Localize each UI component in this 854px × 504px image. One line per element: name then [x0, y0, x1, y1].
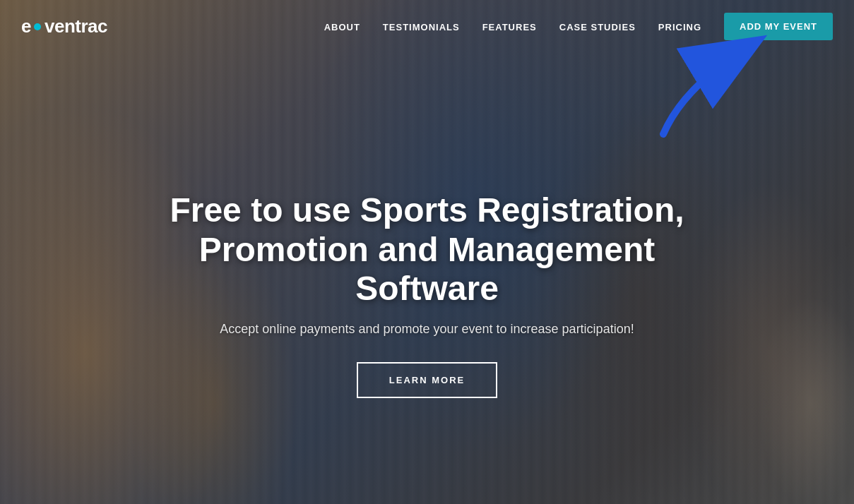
hero-content: Free to use Sports Registration, Promoti… [0, 191, 854, 398]
navbar: eventrac ABOUT TESTIMONIALS FEATURES CAS… [0, 0, 854, 53]
nav-links: ABOUT TESTIMONIALS FEATURES CASE STUDIES… [324, 13, 833, 40]
hero-title: Free to use Sports Registration, Promoti… [138, 191, 717, 308]
logo-text: ventrac [45, 16, 107, 37]
learn-more-button[interactable]: LEARN MORE [357, 362, 497, 398]
nav-link-about[interactable]: ABOUT [324, 22, 360, 32]
nav-link-features[interactable]: FEATURES [482, 22, 537, 32]
nav-item-cta[interactable]: ADD MY EVENT [724, 13, 833, 40]
hero-section: eventrac ABOUT TESTIMONIALS FEATURES CAS… [0, 0, 854, 504]
nav-link-case-studies[interactable]: CASE STUDIES [559, 22, 636, 32]
nav-item-pricing[interactable]: PRICING [658, 20, 701, 33]
nav-item-features[interactable]: FEATURES [482, 20, 537, 33]
nav-link-pricing[interactable]: PRICING [658, 22, 701, 32]
add-event-button[interactable]: ADD MY EVENT [724, 13, 833, 40]
nav-item-case-studies[interactable]: CASE STUDIES [559, 20, 636, 33]
hero-subtitle: Accept online payments and promote your … [14, 322, 840, 337]
nav-item-about[interactable]: ABOUT [324, 20, 360, 33]
logo-e: e [21, 16, 31, 37]
logo-dot [34, 23, 41, 30]
nav-link-testimonials[interactable]: TESTIMONIALS [383, 22, 460, 32]
nav-item-testimonials[interactable]: TESTIMONIALS [383, 20, 460, 33]
logo[interactable]: eventrac [21, 16, 107, 37]
